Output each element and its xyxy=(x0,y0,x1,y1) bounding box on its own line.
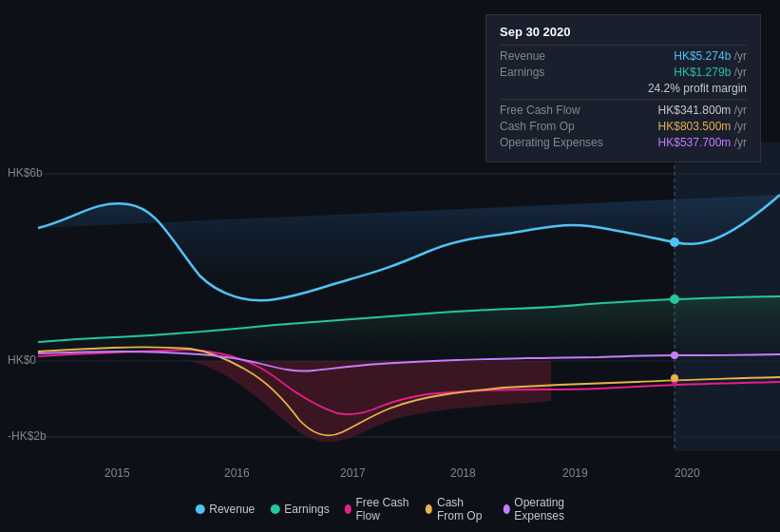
tooltip-earnings-label: Earnings xyxy=(500,66,614,79)
cashfromop-dot xyxy=(671,374,678,382)
x-label-2018: 2018 xyxy=(450,466,476,480)
x-label-2019: 2019 xyxy=(562,466,588,480)
x-label-2016: 2016 xyxy=(224,466,250,480)
x-label-2015: 2015 xyxy=(105,466,130,480)
legend-revenue[interactable]: Revenue xyxy=(195,503,255,516)
legend-fcf-label: Free Cash Flow xyxy=(355,496,410,522)
legend-fcf-dot xyxy=(345,504,352,514)
earnings-dot xyxy=(670,294,679,304)
legend-earnings-dot xyxy=(270,504,279,514)
tooltip-fcf-row: Free Cash Flow HK$341.800m /yr xyxy=(500,104,747,117)
legend-opex-label: Operating Expenses xyxy=(514,496,584,522)
tooltip-cashfromop-value: HK$803.500m /yr xyxy=(658,120,747,133)
tooltip-opex-label: Operating Expenses xyxy=(500,136,614,149)
legend-fcf[interactable]: Free Cash Flow xyxy=(345,496,411,522)
tooltip-revenue-row: Revenue HK$5.274b /yr xyxy=(500,49,747,63)
tooltip-opex-value: HK$537.700m /yr xyxy=(658,136,747,149)
tooltip-revenue-label: Revenue xyxy=(500,49,614,63)
legend-revenue-dot xyxy=(195,504,204,514)
tooltip-cashfromop-row: Cash From Op HK$803.500m /yr xyxy=(500,120,747,133)
tooltip-cashfromop-label: Cash From Op xyxy=(500,120,614,133)
tooltip-earnings-row: Earnings HK$1.279b /yr xyxy=(500,66,747,79)
legend-cashfromop-label: Cash From Op xyxy=(437,496,488,522)
legend-revenue-label: Revenue xyxy=(209,503,255,516)
tooltip-date: Sep 30 2020 xyxy=(500,25,747,39)
legend-opex-dot xyxy=(503,504,509,514)
tooltip-earnings-value: HK$1.279b /yr xyxy=(674,66,747,79)
y-label-0: HK$0 xyxy=(8,353,36,367)
y-label-neg2b: -HK$2b xyxy=(8,429,47,443)
x-label-2017: 2017 xyxy=(340,466,366,480)
tooltip-margin-value: 24.2% profit margin xyxy=(648,82,747,95)
legend-cashfromop-dot xyxy=(426,504,432,514)
tooltip-opex-row: Operating Expenses HK$537.700m /yr xyxy=(500,136,747,149)
tooltip-margin-row: 24.2% profit margin xyxy=(500,82,747,95)
legend-opex[interactable]: Operating Expenses xyxy=(503,496,584,522)
legend-cashfromop[interactable]: Cash From Op xyxy=(426,496,487,522)
legend-earnings[interactable]: Earnings xyxy=(270,503,329,516)
x-label-2020: 2020 xyxy=(675,466,700,480)
y-label-6b: HK$6b xyxy=(8,166,43,180)
tooltip-fcf-value: HK$341.800m /yr xyxy=(658,104,747,117)
revenue-dot xyxy=(670,238,679,247)
legend-earnings-label: Earnings xyxy=(284,503,329,516)
tooltip-revenue-value: HK$5.274b /yr xyxy=(674,49,747,63)
chart-legend: Revenue Earnings Free Cash Flow Cash Fro… xyxy=(195,496,585,522)
tooltip-fcf-label: Free Cash Flow xyxy=(500,104,614,117)
data-tooltip: Sep 30 2020 Revenue HK$5.274b /yr Earnin… xyxy=(485,14,761,162)
opex-dot xyxy=(671,352,678,359)
